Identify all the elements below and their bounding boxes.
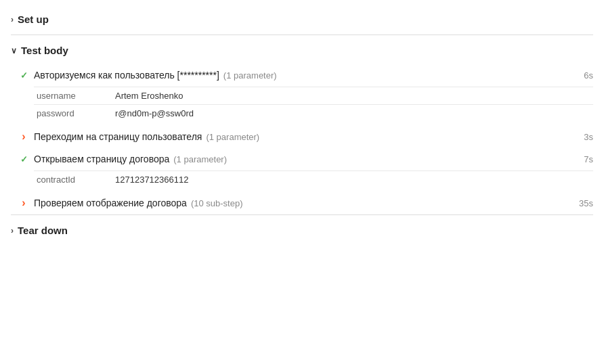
divider-setup (11, 35, 593, 35)
step-2-name: Переходим на страницу пользователя (34, 131, 202, 142)
step-2: › Переходим на страницу пользователя (1 … (18, 124, 593, 145)
chevron-right-icon-teardown: › (11, 226, 14, 235)
section-testbody-header[interactable]: ∨ Test body (11, 38, 593, 63)
step-3-name: Открываем страницу договора (34, 154, 169, 164)
arrow-icon-step2: › (18, 131, 30, 143)
check-icon-step3: ✓ (18, 153, 30, 165)
section-testbody-title: Test body (21, 45, 68, 56)
table-row: username Artem Eroshenko (34, 87, 593, 105)
step-1-name: Авторизуемся как пользователь [*********… (34, 70, 219, 81)
step-3-params: contractId 127123712366112 (18, 170, 593, 188)
step-4: › Проверяем отображение договора (10 sub… (18, 191, 593, 212)
param-key: username (34, 87, 115, 105)
step-3: ✓ Открываем страницу договора (1 paramet… (18, 147, 593, 188)
step-4-content: Проверяем отображение договора (10 sub-s… (34, 198, 568, 208)
step-3-content: Открываем страницу договора (1 parameter… (34, 154, 573, 164)
section-setup-title: Set up (18, 14, 49, 25)
step-3-params-label: (1 parameter) (173, 154, 227, 164)
step-2-header[interactable]: › Переходим на страницу пользователя (1 … (18, 124, 593, 145)
param-value: r@nd0m-p@ssw0rd (115, 105, 593, 122)
step-4-duration: 35s (568, 198, 593, 208)
section-teardown-title: Tear down (18, 225, 68, 236)
test-runner-container: › Set up ∨ Test body ✓ Авторизуемся как … (11, 7, 593, 243)
param-value: Artem Eroshenko (115, 87, 593, 105)
step-1-params-label: (1 parameter) (223, 70, 277, 81)
param-key: contractId (34, 171, 115, 189)
section-teardown-header[interactable]: › Tear down (11, 218, 593, 243)
step-4-params-label: (10 sub-step) (191, 198, 243, 208)
section-testbody-body: ✓ Авторизуемся как пользователь [*******… (11, 63, 593, 212)
step-1: ✓ Авторизуемся как пользователь [*******… (18, 63, 593, 122)
table-row: password r@nd0m-p@ssw0rd (34, 105, 593, 122)
step-2-content: Переходим на страницу пользователя (1 pa… (34, 131, 573, 142)
param-value: 127123712366112 (115, 171, 593, 189)
step-3-params-table: contractId 127123712366112 (34, 170, 593, 188)
table-row: contractId 127123712366112 (34, 171, 593, 189)
step-3-header[interactable]: ✓ Открываем страницу договора (1 paramet… (18, 147, 593, 168)
section-testbody: ∨ Test body ✓ Авторизуемся как пользоват… (11, 38, 593, 212)
step-4-name: Проверяем отображение договора (34, 198, 187, 208)
step-3-duration: 7s (573, 154, 593, 164)
step-1-params: username Artem Eroshenko password r@nd0m… (18, 87, 593, 122)
section-setup: › Set up (11, 7, 593, 32)
arrow-icon-step4: › (18, 197, 30, 209)
chevron-down-icon: ∨ (11, 46, 17, 55)
section-teardown: › Tear down (11, 218, 593, 243)
chevron-right-icon: › (11, 15, 14, 24)
param-key: password (34, 105, 115, 122)
step-1-params-table: username Artem Eroshenko password r@nd0m… (34, 87, 593, 122)
step-2-params-label: (1 parameter) (206, 132, 259, 142)
divider-testbody (11, 214, 593, 215)
step-1-duration: 6s (573, 70, 593, 81)
step-2-duration: 3s (573, 132, 593, 142)
step-1-header[interactable]: ✓ Авторизуемся как пользователь [*******… (18, 63, 593, 84)
step-1-content: Авторизуемся как пользователь [*********… (34, 70, 573, 81)
check-icon-step1: ✓ (18, 69, 30, 81)
section-setup-header[interactable]: › Set up (11, 7, 593, 32)
step-4-header[interactable]: › Проверяем отображение договора (10 sub… (18, 191, 593, 212)
